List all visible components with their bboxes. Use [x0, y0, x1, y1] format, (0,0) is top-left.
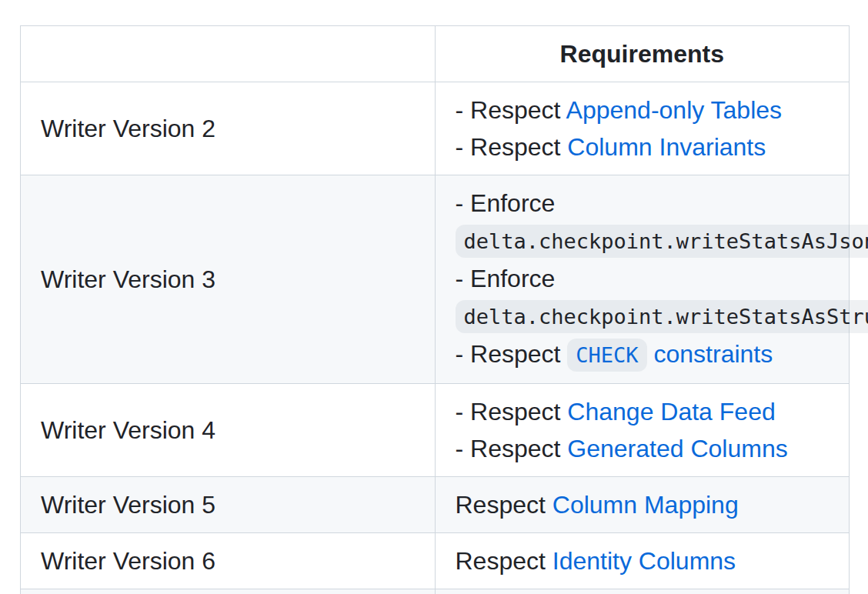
requirement-text: - Respect: [456, 435, 568, 462]
table-row: Writer Version 3- Enforce delta.checkpoi…: [21, 175, 850, 384]
requirement-text: Respect: [456, 547, 553, 575]
requirement-link[interactable]: Column Invariants: [567, 133, 766, 161]
requirement-link[interactable]: Column Mapping: [553, 491, 739, 519]
inline-code-link[interactable]: CHECK: [567, 339, 646, 372]
requirement-link[interactable]: Change Data Feed: [567, 398, 775, 425]
requirements-cell: - Respect Change Data Feed- Respect Gene…: [435, 384, 850, 477]
requirement-text: - Respect: [456, 340, 568, 368]
table-row: Writer Version 2- Respect Append-only Ta…: [21, 82, 850, 175]
writer-version-cell: Writer Version 5: [21, 477, 436, 533]
requirement-link[interactable]: Generated Columns: [567, 435, 787, 462]
requirement-text: - Respect: [456, 96, 566, 124]
requirement-line: - Respect Generated Columns: [456, 430, 830, 467]
document-page: Requirements Writer Version 2- Respect A…: [0, 0, 868, 594]
requirement-link[interactable]: Append-only Tables: [566, 96, 783, 124]
inline-code: delta.checkpoint.writeStatsAsStruct: [456, 300, 868, 333]
requirement-line: - Enforce delta.checkpoint.writeStatsAsS…: [456, 260, 830, 335]
writer-version-cell: Writer Version 4: [21, 384, 436, 477]
table-header-row: Requirements: [21, 26, 850, 82]
writer-version-cell: Writer Version 3: [21, 175, 436, 384]
requirement-line: Respect Identity Columns: [456, 542, 830, 579]
table-row: Writer Version 6Respect Identity Columns: [21, 533, 850, 589]
requirements-cell: - Respect Append-only Tables- Respect Co…: [435, 82, 850, 175]
requirement-line: - Enforce delta.checkpoint.writeStatsAsJ…: [456, 185, 830, 260]
requirement-line: Respect Column Mapping: [456, 486, 830, 523]
requirements-cell: Respect Table Features for writers: [435, 589, 850, 594]
requirement-code-link[interactable]: CHECK: [567, 340, 646, 368]
requirement-link[interactable]: constraints: [647, 340, 773, 368]
requirement-line: - Respect Append-only Tables: [456, 92, 830, 128]
requirements-cell: Respect Identity Columns: [435, 533, 850, 589]
writer-requirements-table: Requirements Writer Version 2- Respect A…: [20, 25, 850, 594]
requirement-link[interactable]: Identity Columns: [553, 547, 736, 575]
inline-code: delta.checkpoint.writeStatsAsJson: [456, 225, 868, 258]
requirement-text: - Enforce: [456, 189, 556, 217]
writer-version-cell: Writer Version 7: [21, 589, 436, 594]
requirements-cell: Respect Column Mapping: [435, 477, 850, 533]
writer-version-cell: Writer Version 2: [21, 82, 436, 175]
table-row: Writer Version 7Respect Table Features f…: [21, 589, 850, 594]
writer-version-cell: Writer Version 6: [21, 533, 436, 589]
requirement-text: - Enforce: [456, 265, 556, 292]
requirement-line: - Respect Change Data Feed: [456, 393, 830, 430]
requirement-line: - Respect Column Invariants: [456, 128, 830, 165]
requirement-text: Respect: [456, 491, 553, 519]
table-row: Writer Version 5Respect Column Mapping: [21, 477, 850, 533]
requirements-cell: - Enforce delta.checkpoint.writeStatsAsJ…: [435, 175, 850, 384]
header-cell-version: [21, 26, 436, 82]
requirement-text: - Respect: [456, 398, 568, 425]
header-cell-requirements: Requirements: [435, 26, 850, 82]
requirement-text: - Respect: [456, 133, 568, 161]
table-row: Writer Version 4- Respect Change Data Fe…: [21, 384, 850, 477]
requirement-line: - Respect CHECK constraints: [456, 335, 830, 374]
